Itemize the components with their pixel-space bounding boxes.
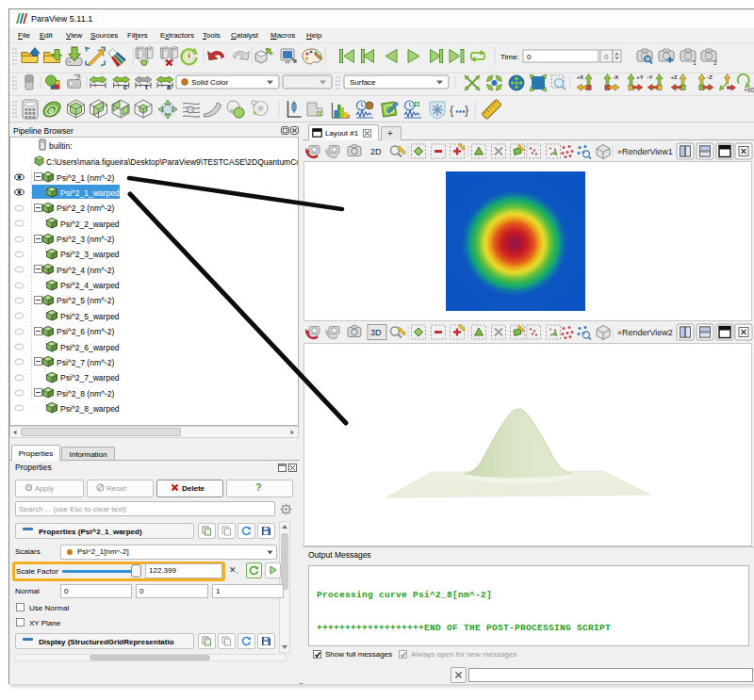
svg-text:0: 0 — [604, 53, 609, 61]
svg-text:2D: 2D — [370, 147, 382, 156]
svg-text:3D: 3D — [370, 328, 382, 337]
svg-text:Surface: Surface — [350, 78, 376, 87]
svg-text:2: 2 — [76, 73, 81, 82]
svg-text:+Y: +Y — [636, 74, 644, 80]
svg-text:+Z: +Z — [671, 74, 679, 80]
svg-text:1: 1 — [693, 59, 697, 66]
svg-text:+X: +X — [577, 74, 584, 80]
svg-text:+90: +90 — [744, 87, 754, 93]
svg-text:a: a — [167, 83, 172, 91]
svg-text:c: c — [123, 83, 128, 91]
svg-text:»RenderView2: »RenderView2 — [617, 328, 673, 337]
svg-text:{: { — [450, 103, 454, 117]
svg-text:t: t — [145, 83, 148, 91]
svg-text:Solid Color: Solid Color — [191, 78, 228, 87]
svg-text:2: 2 — [713, 59, 717, 66]
svg-text:-Y: -Y — [647, 74, 653, 80]
svg-text:0: 0 — [527, 53, 532, 61]
svg-text:»RenderView1: »RenderView1 — [617, 147, 673, 156]
svg-text:Time:: Time: — [500, 53, 519, 61]
svg-text:}: } — [465, 103, 469, 117]
svg-text:-Z: -Z — [707, 74, 713, 80]
svg-text:-X: -X — [613, 74, 618, 80]
